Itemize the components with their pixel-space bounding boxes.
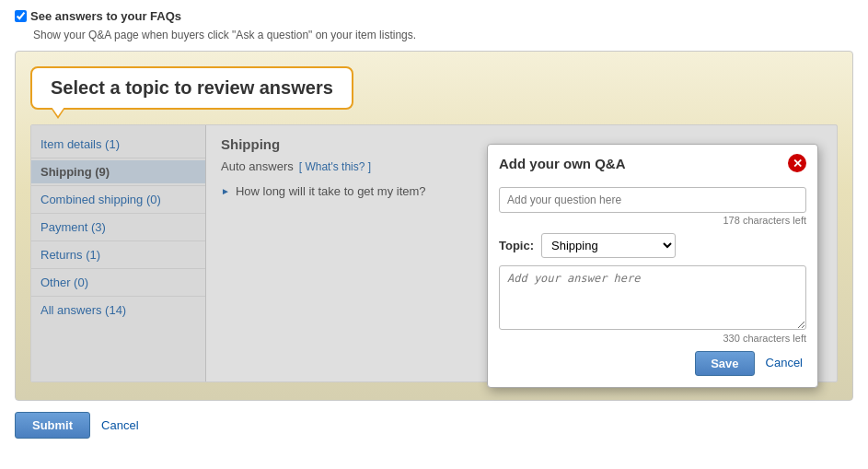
modal-header: Add your own Q&A ✕ (488, 145, 817, 180)
add-qa-modal: Add your own Q&A ✕ 178 characters left T… (487, 144, 818, 388)
question-char-count: 178 characters left (499, 215, 806, 226)
subtitle-text: Show your Q&A page when buyers click "As… (33, 29, 853, 41)
save-button[interactable]: Save (695, 351, 754, 376)
modal-close-button[interactable]: ✕ (788, 154, 806, 172)
topic-label: Topic: (499, 239, 534, 252)
topic-row: Topic: Shipping Item details Combined sh… (499, 233, 806, 258)
bottom-bar: Submit Cancel (15, 401, 853, 442)
tooltip-text: Select a topic to review answers (51, 77, 333, 98)
modal-body: 178 characters left Topic: Shipping Item… (488, 180, 817, 387)
faq-checkbox-label[interactable]: See answers to your FAQs (15, 9, 181, 23)
modal-actions: Save Cancel (499, 351, 806, 376)
bottom-cancel-link[interactable]: Cancel (101, 418, 138, 432)
cancel-button[interactable]: Cancel (762, 351, 806, 376)
answer-char-count: 330 characters left (499, 333, 806, 344)
modal-title: Add your own Q&A (499, 156, 626, 171)
faq-checkbox[interactable] (15, 10, 27, 22)
faq-checkbox-text: See answers to your FAQs (30, 9, 181, 23)
topic-select[interactable]: Shipping Item details Combined shipping … (541, 233, 676, 258)
top-section: See answers to your FAQs (15, 9, 853, 23)
main-box: Select a topic to review answers Item de… (15, 51, 853, 401)
modal-overlay: Add your own Q&A ✕ 178 characters left T… (31, 125, 837, 381)
answer-textarea[interactable] (499, 265, 806, 330)
submit-button[interactable]: Submit (15, 412, 90, 439)
content-area: Item details (1) Shipping (9) Combined s… (30, 124, 838, 382)
tooltip-box: Select a topic to review answers (30, 66, 353, 110)
question-input[interactable] (499, 187, 806, 213)
page-wrapper: See answers to your FAQs Show your Q&A p… (0, 0, 868, 451)
